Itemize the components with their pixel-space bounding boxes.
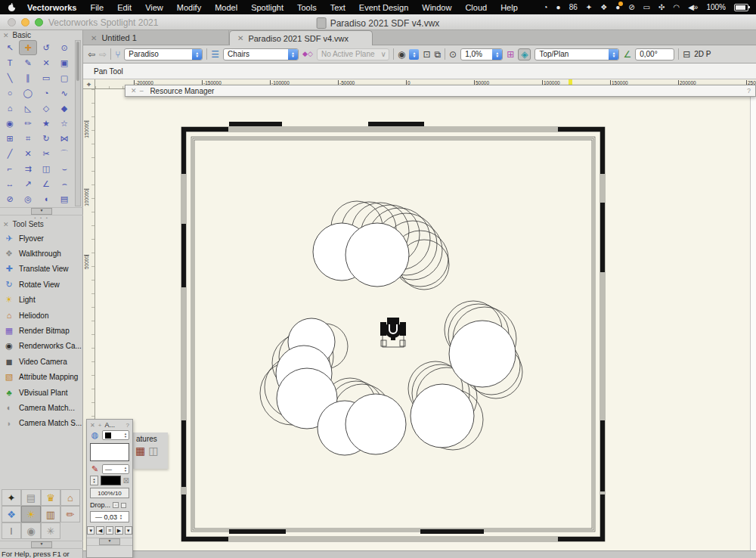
volume-icon[interactable]: ◀» xyxy=(688,3,698,11)
callout-tool[interactable]: ✎ xyxy=(19,55,37,70)
menu-item-text[interactable]: Text xyxy=(330,3,345,12)
menu-item-file[interactable]: File xyxy=(90,3,104,12)
building-shell-set[interactable]: ⌂ xyxy=(60,489,80,506)
tab-close-icon[interactable]: ✕ xyxy=(237,34,243,42)
fill-style-select[interactable]: ▲▼ xyxy=(102,430,129,440)
do-not-disturb-icon[interactable]: ⊘ xyxy=(628,3,634,11)
freehand-tool[interactable]: ∿ xyxy=(55,85,73,101)
tool-set-item-light[interactable]: ☀Light xyxy=(0,293,83,308)
tool-set-item-camera-match[interactable]: ◐Camera Match... xyxy=(0,400,83,415)
shortcuts-icon[interactable]: ◔ xyxy=(544,3,548,11)
tape-measure-tool[interactable]: ◎ xyxy=(19,191,37,206)
vertical-scrollbar[interactable] xyxy=(750,89,756,550)
help-icon[interactable]: ? xyxy=(747,87,751,95)
back-button[interactable]: ⇦ xyxy=(88,50,95,59)
flyover-tool[interactable]: ↺ xyxy=(37,40,55,55)
line-color-stepper[interactable]: ▲▼ xyxy=(90,476,98,485)
menu-item-modify[interactable]: Modify xyxy=(177,3,201,12)
structural-set[interactable]: Ⅰ xyxy=(2,522,21,539)
menu-item-edit[interactable]: Edit xyxy=(117,3,132,12)
close-icon[interactable]: ✕ xyxy=(131,87,137,95)
menu-item-view[interactable]: View xyxy=(145,3,163,12)
layers-icon[interactable]: ☰ xyxy=(211,50,219,59)
clock-icon[interactable]: ● xyxy=(556,3,561,11)
fillet-tool[interactable]: ⌒ xyxy=(55,146,73,161)
ellipse-tool[interactable]: ◯ xyxy=(19,85,37,101)
rotate-plan-icon[interactable]: ∠ xyxy=(623,50,631,59)
dropbox-icon[interactable]: ❖ xyxy=(600,3,607,11)
tool-set-item-heliodon[interactable]: ⌂Heliodon xyxy=(0,308,83,323)
rounded-rectangle-tool[interactable]: ▢ xyxy=(55,70,73,85)
mirror-tool[interactable]: ⋈ xyxy=(55,131,73,146)
connect-tool[interactable]: ⌣ xyxy=(55,161,73,176)
menu-item-vectorworks[interactable]: Vectorworks xyxy=(27,3,76,12)
close-window-button[interactable] xyxy=(8,18,16,26)
radial-dimension-tool[interactable]: ⊘ xyxy=(1,191,19,206)
stage-lighting-set[interactable]: ♛ xyxy=(41,489,60,506)
attributes-nav-button-0[interactable]: ▾ xyxy=(87,526,94,535)
saved-views-icon[interactable]: ⑂ xyxy=(115,50,120,59)
tool-set-item-vbvisual-plant[interactable]: ♣VBvisual Plant xyxy=(0,385,83,400)
fit-to-page-icon[interactable]: ⊡ xyxy=(423,50,430,59)
minimize-window-button[interactable] xyxy=(21,18,29,26)
layer-select[interactable]: Paradiso ▲▼ xyxy=(124,48,203,60)
clip-tool[interactable]: ✂ xyxy=(37,146,55,161)
3d-modeling-set[interactable]: ❖ xyxy=(2,506,21,522)
tab-paradiso[interactable]: ✕ Paradiso 2021 SDF v4.vwx xyxy=(229,30,373,45)
bluetooth-icon[interactable]: ✣ xyxy=(658,3,665,11)
tool-set-item-attribute-mapping[interactable]: ▧Attribute Mapping xyxy=(0,370,83,385)
projection-mode-label[interactable]: 2D P xyxy=(694,50,711,58)
knife-tool[interactable]: ╱ xyxy=(1,146,19,161)
tool-set-item-rotate-view[interactable]: ↻Rotate View xyxy=(0,277,83,292)
polygon-tool[interactable]: ⌂ xyxy=(1,101,19,116)
table-circle[interactable] xyxy=(449,321,516,387)
table-circle[interactable] xyxy=(345,223,409,287)
menu-item-window[interactable]: Window xyxy=(422,3,451,12)
forward-button[interactable]: ⇨ xyxy=(99,50,107,59)
dimension-tool[interactable]: ↔ xyxy=(1,176,19,191)
tool-sets-collapse[interactable]: ▼ xyxy=(0,541,83,549)
fill-color-well[interactable] xyxy=(90,443,129,461)
line-tool[interactable]: ╲ xyxy=(1,70,19,85)
table-circle[interactable] xyxy=(411,384,474,448)
delete-vertex-tool[interactable]: ✕ xyxy=(37,55,55,70)
multiple-views-icon[interactable]: ⊞ xyxy=(507,50,514,59)
drop-shadow-toggle[interactable]: ▫ xyxy=(113,502,119,508)
lighting-fixture-symbol[interactable] xyxy=(380,318,406,347)
close-icon[interactable]: ✕ xyxy=(3,221,9,228)
zoom-window-button[interactable] xyxy=(35,18,43,26)
line-color-well[interactable] xyxy=(101,476,121,485)
tab-close-icon[interactable]: ✕ xyxy=(91,34,97,42)
visibility-dropdown-button[interactable]: ▲▼ xyxy=(409,49,419,60)
cylinder-tool[interactable]: ▤ xyxy=(55,191,73,206)
protractor-tool[interactable]: ◖ xyxy=(37,191,55,206)
unfold-tool[interactable]: ▣ xyxy=(55,55,73,70)
angled-dimension-tool[interactable]: ↗ xyxy=(19,176,37,191)
airbrush-tool[interactable]: ✏ xyxy=(19,116,37,131)
plane-select[interactable]: No Active Plane ∨ xyxy=(317,48,389,60)
plan-rotation-input[interactable]: 0,00° xyxy=(635,48,674,60)
machine-design-set[interactable]: ✳ xyxy=(41,522,60,539)
close-icon[interactable]: ✕ xyxy=(3,32,9,39)
arc-tool[interactable]: ◔ xyxy=(37,85,55,101)
corner-tool[interactable]: ⌐ xyxy=(1,161,19,176)
attributes-nav-button-4[interactable]: ▾ xyxy=(125,526,132,535)
help-icon[interactable]: ? xyxy=(126,422,129,429)
view-select[interactable]: Top/Plan ▲▼ xyxy=(534,48,619,60)
angle-dimension-tool[interactable]: ∠ xyxy=(37,176,55,191)
circle-tool[interactable]: ○ xyxy=(1,85,19,101)
opacity-button[interactable]: 100%/10 xyxy=(90,488,129,498)
drawing-canvas[interactable]: ⌖ -200000-150000-100000-5000005000010000… xyxy=(83,79,756,550)
attributes-nav-button-2[interactable]: ≡ xyxy=(106,526,113,535)
layout-grid-icon[interactable]: ⊟ xyxy=(683,50,690,59)
select-similar-tool[interactable]: ☆ xyxy=(55,116,73,131)
resource-manager-titlebar[interactable]: ✕ − Resource Manager ? xyxy=(125,85,756,97)
airplay-icon[interactable]: ▭ xyxy=(643,3,650,11)
pan-tool[interactable]: ✚ xyxy=(19,40,37,55)
drawing-svg[interactable] xyxy=(95,89,756,550)
class-select[interactable]: Chairs ▲▼ xyxy=(223,48,299,60)
attributes-collapse[interactable]: ▼ xyxy=(87,538,132,546)
visualization-set[interactable]: ☀ xyxy=(21,506,41,522)
tool-set-item-walkthrough[interactable]: ❖Walkthrough xyxy=(0,246,83,261)
truss-set[interactable]: ▤ xyxy=(21,489,41,506)
